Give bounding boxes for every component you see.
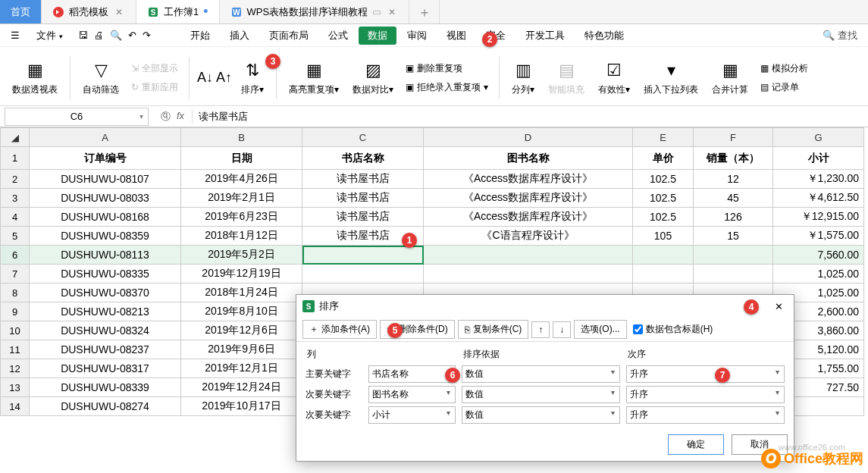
validity-button[interactable]: ☑有效性▾	[594, 57, 635, 99]
sort-column-select[interactable]: 图书名称	[368, 386, 456, 403]
has-header-checkbox[interactable]: 数据包含标题(H)	[633, 323, 713, 336]
sort-asc-icon[interactable]: A↓	[197, 70, 213, 86]
row-header[interactable]: 2	[1, 170, 30, 189]
cell[interactable]: 《C语言程序设计》	[424, 227, 633, 246]
cell[interactable]	[694, 265, 773, 283]
cell[interactable]: 2019年8月10日	[181, 302, 302, 321]
formula-input[interactable]: 读书屋书店	[192, 110, 868, 124]
insert-dropdown-button[interactable]: ▾插入下拉列表	[639, 57, 703, 99]
cell[interactable]: 15	[694, 227, 773, 246]
cell[interactable]: 1,025.00	[773, 265, 864, 283]
pivot-button[interactable]: ▦数据透视表	[8, 57, 62, 99]
cell[interactable]: 《Access数据库程序设计》	[424, 208, 633, 227]
copy-condition-button[interactable]: ⎘复制条件(C)	[458, 320, 529, 339]
cell[interactable]	[302, 265, 424, 283]
menu-pagelayout[interactable]: 页面布局	[260, 27, 318, 45]
cell[interactable]: 2019年12月24日	[181, 378, 302, 397]
sort-order-select[interactable]: 升序	[626, 406, 785, 424]
cell[interactable]: 《Access数据库程序设计》	[424, 170, 633, 189]
cell[interactable]	[302, 246, 424, 265]
cell[interactable]: 7,560.00	[773, 246, 864, 265]
menu-devtools[interactable]: 开发工具	[516, 27, 574, 45]
sort-button[interactable]: ⇅排序▾ 3	[237, 57, 268, 99]
sort-order-select[interactable]: 升序	[626, 365, 785, 383]
showall-button[interactable]: ⇲全部显示	[128, 61, 181, 77]
select-all-corner[interactable]: ◢	[1, 128, 30, 147]
cell[interactable]	[633, 246, 694, 265]
sort-order-select[interactable]: 升序	[626, 386, 785, 403]
menu-data[interactable]: 数据	[359, 27, 396, 45]
row-header[interactable]: 8	[1, 283, 30, 302]
dialog-close-button[interactable]: ✕	[770, 299, 788, 314]
cell[interactable]: 2018年1月12日	[181, 227, 302, 246]
cell[interactable]: 2018年1月24日	[181, 283, 302, 302]
cell[interactable]	[424, 246, 633, 265]
cell[interactable]: 《Access数据库程序设计》	[424, 189, 633, 208]
cell[interactable]: DUSHUWU-08213	[30, 302, 181, 321]
cell[interactable]: 读书屋书店	[302, 189, 424, 208]
row-header[interactable]: 5	[1, 227, 30, 246]
sort-column-select[interactable]: 小计	[368, 406, 456, 424]
tab-home[interactable]: 首页	[0, 0, 42, 23]
table-row[interactable]: 6DUSHUWU-081132019年5月2日7,560.00	[1, 246, 864, 265]
table-row[interactable]: 2DUSHUWU-081072019年4月26日读书屋书店《Access数据库程…	[1, 170, 864, 189]
table-row[interactable]: 7DUSHUWU-083352019年12月19日1,025.00	[1, 265, 864, 283]
table-row[interactable]: 5DUSHUWU-083592018年1月12日读书屋书店《C语言程序设计》10…	[1, 227, 864, 246]
cell[interactable]: 读书屋书店	[302, 170, 424, 189]
cell-reference-box[interactable]: C6	[5, 108, 149, 126]
cell[interactable]: 读书屋书店	[302, 208, 424, 227]
cell[interactable]: 45	[694, 189, 773, 208]
tab-add[interactable]: ＋	[409, 0, 440, 23]
cell[interactable]: DUSHUWU-08274	[30, 397, 181, 416]
sort-by-select[interactable]: 数值	[462, 386, 620, 403]
cell[interactable]: 102.5	[633, 170, 694, 189]
cell[interactable]: 2019年6月23日	[181, 208, 302, 227]
cell[interactable]: 102.5	[633, 208, 694, 227]
smartfill-button[interactable]: ▤智能填充	[544, 57, 589, 99]
col-header[interactable]: D	[424, 128, 633, 147]
row-header[interactable]: 4	[1, 208, 30, 227]
cell[interactable]: 2019年12月19日	[181, 265, 302, 283]
cell[interactable]: DUSHUWU-08339	[30, 378, 181, 397]
sort-desc-icon[interactable]: A↑	[216, 70, 232, 86]
merge-calc-button[interactable]: ▦合并计算	[707, 57, 753, 99]
table-row[interactable]: 3DUSHUWU-080332019年2月1日读书屋书店《Access数据库程序…	[1, 189, 864, 208]
sort-column-select[interactable]: 书店名称	[368, 365, 456, 383]
cell[interactable]: DUSHUWU-08317	[30, 359, 181, 378]
menu-features[interactable]: 特色功能	[575, 27, 633, 45]
sort-by-select[interactable]: 数值	[462, 365, 620, 383]
cell[interactable]: ￥1,575.00	[773, 227, 864, 246]
cell[interactable]: ￥1,230.00	[773, 170, 864, 189]
tab-templates[interactable]: 稻壳模板 ✕	[42, 0, 136, 23]
cell[interactable]: ￥12,915.00	[773, 208, 864, 227]
redo-icon[interactable]: ↷	[143, 30, 151, 41]
highlight-dup-button[interactable]: ▦高亮重复项▾	[284, 57, 343, 99]
tab-workbook[interactable]: S 工作簿1 •	[136, 0, 220, 23]
cell[interactable]: DUSHUWU-08335	[30, 265, 181, 283]
record-button[interactable]: ▤记录单	[757, 80, 811, 96]
split-button[interactable]: ▥分列▾	[507, 57, 539, 99]
move-down-button[interactable]: ↓	[553, 321, 571, 338]
delete-dup-button[interactable]: ▣删除重复项	[403, 61, 491, 77]
print-icon[interactable]: 🖨	[94, 30, 104, 41]
cell[interactable]: 12	[694, 170, 773, 189]
row-header[interactable]: 9	[1, 302, 30, 321]
reapply-button[interactable]: ↻重新应用	[128, 80, 181, 96]
cell[interactable]	[424, 265, 633, 283]
cell[interactable]	[694, 246, 773, 265]
sort-by-select[interactable]: 数值	[462, 406, 620, 424]
menu-start[interactable]: 开始	[181, 27, 219, 45]
reject-dup-button[interactable]: ▣拒绝录入重复项▾	[403, 80, 491, 96]
cell[interactable]: 105	[633, 227, 694, 246]
cell[interactable]: 102.5	[633, 189, 694, 208]
cell[interactable]: 2019年12月1日	[181, 359, 302, 378]
present-icon[interactable]: ▭	[372, 6, 381, 17]
cell[interactable]: 2019年9月6日	[181, 340, 302, 359]
cell[interactable]: 2019年2月1日	[181, 189, 302, 208]
col-header[interactable]: C	[302, 128, 424, 147]
data-compare-button[interactable]: ▨数据对比▾	[348, 57, 398, 99]
cell[interactable]: DUSHUWU-08113	[30, 246, 181, 265]
col-header[interactable]: B	[181, 128, 302, 147]
menu-search[interactable]: 🔍查找	[823, 29, 857, 42]
add-condition-button[interactable]: ＋添加条件(A)	[302, 320, 377, 339]
